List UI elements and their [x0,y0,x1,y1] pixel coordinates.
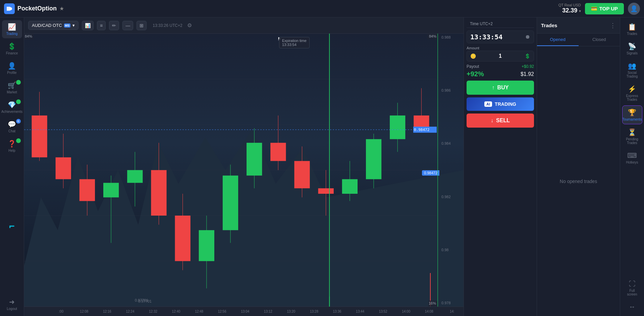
sidebar-item-right-hotkeys[interactable]: ⌨ Hotkeys [622,149,642,167]
time-label-6: 12:48 [187,310,211,313]
coin-icon: 🪙 [470,53,476,59]
trades-panel: Trades ⋮ Opened Closed No opened trades [537,17,620,316]
sidebar-item-finance[interactable]: 💲 Finance [2,40,22,58]
draw-button[interactable]: ✏ [109,21,119,30]
brand-logo-bottom: ⌐ [9,217,15,234]
express-trades-icon: ⚡ [628,85,636,93]
logout-icon: ➜ [9,298,15,306]
tab-opened[interactable]: Opened [537,34,579,46]
trades-content: No opened trades [537,46,620,316]
sidebar-label-logout: Logout [7,307,17,311]
sidebar-item-right-fullscreen[interactable]: ⛶ Full screen [622,277,642,299]
grid-icon: ⊞ [140,23,144,28]
sidebar-item-help[interactable]: ❓ Help [2,137,22,155]
ai-trading-button[interactable]: AI TRADING [467,97,534,111]
user-avatar[interactable]: 👤 [628,3,640,15]
payout-section: Payout +$0.92 +92% $1.92 [467,64,534,78]
sidebar-item-profile[interactable]: 👤 Profile [2,59,22,77]
sidebar-item-chat[interactable]: 💬 Chat 6 [2,118,22,136]
sell-label: SELL [496,118,510,124]
buy-button[interactable]: ↑ BUY [467,81,534,95]
time-display: 13:33:54 ⏺ [467,31,534,43]
right-sidebar: 📋 Trades 📡 Signals 👥 Social Trading ⚡ Ex… [620,17,644,316]
sidebar-item-market[interactable]: 🛒 Market [2,79,22,97]
asset-dropdown-icon: ▾ [72,23,75,28]
sidebar-item-right-social[interactable]: 👥 Social Trading [622,59,642,81]
amount-value: 1 [499,53,502,59]
grid-button[interactable]: ⊞ [137,21,147,30]
sidebar-item-right-pending[interactable]: ⏳ Pending Trades [622,126,642,147]
sidebar-item-right-arrows[interactable]: ↔ [622,300,642,313]
tab-closed[interactable]: Closed [579,34,620,46]
sidebar-label-profile: Profile [7,71,16,75]
svg-point-1 [9,7,12,10]
logo-text: PocketOption [17,5,57,12]
time-label-14: 13:52 [372,310,395,313]
asset-selector[interactable]: AUD/CAD OTC MS ▾ [28,21,78,30]
finance-icon: 💲 [8,42,16,50]
time-label-5: 12:40 [165,310,188,313]
time-label-0: :00 [50,310,73,313]
time-label-3: 12:24 [119,310,142,313]
amount-section: Amount 🪙 1 💲 [467,46,534,61]
line-button[interactable]: — [122,21,133,30]
time-label-11: 13:28 [303,310,326,313]
sidebar-item-achievements[interactable]: 💎 Achievements [2,98,22,116]
time-label-1: 12:08 [73,310,96,313]
hotkeys-icon: ⌨ [627,151,637,160]
indicators-icon: ≡ [100,23,103,28]
balance-arrow[interactable]: ▾ [579,9,581,13]
signals-icon: 📡 [628,42,636,50]
chart-type-button[interactable]: 📊 [82,21,94,30]
help-icon: ❓ [8,140,16,148]
ms-badge: MS [64,24,71,28]
bar-chart-icon: 📊 [85,23,91,28]
topup-button[interactable]: 💳 TOP UP [585,3,624,14]
payout-values-row: +92% $1.92 [467,70,534,78]
sidebar-item-logout[interactable]: ➜ Logout [2,295,22,313]
payout-amount-value: $1.92 [521,71,534,77]
cyan-logo-icon: ⌐ [9,222,15,231]
buy-label: BUY [497,85,509,91]
line-icon: — [125,23,130,28]
balance-amount: 32.39 [562,7,577,14]
sidebar-label-achievements: Achievements [1,110,22,114]
trading-icon: 📈 [8,23,16,31]
trades-header: Trades ⋮ [537,17,620,34]
time-label-12: 13:36 [326,310,349,313]
topup-wallet-icon: 💳 [591,6,597,12]
time-label-17: 14: [441,310,464,313]
balance-label: QT Real USD [558,3,581,7]
time-label-7: 12:56 [211,310,234,313]
trades-icon: 📋 [628,23,636,31]
sidebar-label-right-hotkeys: Hotkeys [626,161,638,164]
star-icon[interactable]: ★ [59,5,64,12]
sidebar-label-right-tournaments: Tournaments [623,118,642,121]
indicators-button[interactable]: ≡ [97,21,106,30]
payout-plus-value: +$0.92 [522,64,534,69]
balance-info: QT Real USD 32.39 ▾ [558,3,581,14]
trades-tabs: Opened Closed [537,34,620,46]
amount-input-row[interactable]: 🪙 1 💲 [467,51,534,61]
sidebar-item-right-trades[interactable]: 📋 Trades [622,20,642,38]
time-axis: :00 12:08 12:16 12:24 12:32 12:40 12:48 … [24,307,464,316]
candlestick-chart[interactable] [24,34,464,307]
chart-toolbar: AUD/CAD OTC MS ▾ 📊 ≡ ✏ — ⊞ 13:33:26 UTC+… [24,17,464,34]
timer-record-icon[interactable]: ⏺ [525,34,530,40]
dollar-convert-icon[interactable]: 💲 [525,53,530,59]
sidebar-item-right-signals[interactable]: 📡 Signals [622,40,642,58]
buy-arrow-icon: ↑ [492,85,495,91]
sell-arrow-icon: ↓ [491,118,493,124]
sidebar-item-right-express[interactable]: ⚡ Express Trades [622,82,642,104]
sidebar-item-trading[interactable]: 📈 Trading [2,20,22,38]
settings-gear-icon[interactable]: ⚙ [187,22,192,29]
sell-button[interactable]: ↓ SELL [467,114,534,128]
chart-canvas[interactable]: ⚑ Expiration time 13:33:54 0.988 0.986 0… [24,34,464,307]
asset-name: AUD/CAD OTC [32,23,62,28]
market-badge [16,80,21,85]
trades-menu-icon[interactable]: ⋮ [610,22,616,29]
tournaments-icon: 🏆 [628,108,636,117]
time-label-10: 13:20 [280,310,303,313]
sidebar-item-right-tournaments[interactable]: 🏆 Tournaments [622,105,642,124]
fullscreen-icon: ⛶ [629,280,636,288]
